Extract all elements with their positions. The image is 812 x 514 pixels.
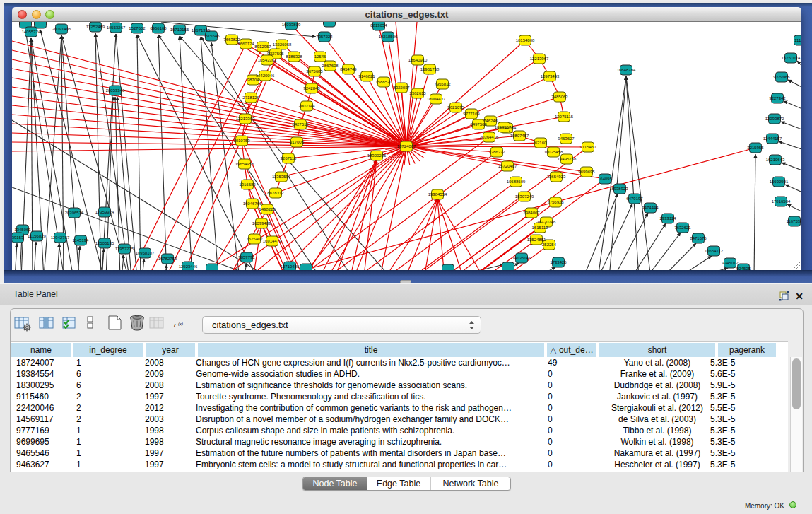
svg-text:1498222: 1498222	[259, 207, 276, 211]
svg-text:2867608: 2867608	[322, 64, 339, 68]
svg-text:8454749: 8454749	[340, 67, 357, 71]
svg-text:9146821: 9146821	[358, 74, 375, 78]
svg-text:164095: 164095	[598, 177, 613, 181]
svg-text:13495758: 13495758	[558, 157, 577, 161]
svg-text:17359924: 17359924	[95, 210, 114, 214]
svg-text:18300295: 18300295	[367, 153, 387, 158]
svg-text:3675685: 3675685	[306, 69, 323, 74]
svg-text:6479197: 6479197	[626, 197, 643, 201]
svg-text:10245574: 10245574	[495, 125, 514, 129]
svg-text:9621075: 9621075	[447, 105, 464, 110]
svg-text:11353594: 11353594	[272, 175, 291, 179]
svg-text:9115460: 9115460	[580, 145, 597, 149]
svg-text:19384554: 19384554	[428, 192, 447, 197]
svg-text:3267110: 3267110	[281, 156, 298, 160]
svg-text:1345061: 1345061	[14, 228, 31, 232]
svg-text:13226058: 13226058	[273, 42, 292, 47]
svg-text:8186328: 8186328	[286, 54, 302, 59]
svg-text:8678312: 8678312	[267, 191, 284, 195]
svg-text:8322037: 8322037	[393, 86, 410, 90]
svg-text:19218506: 19218506	[379, 35, 398, 39]
svg-text:7756928: 7756928	[547, 200, 564, 204]
svg-text:16120746: 16120746	[537, 220, 556, 224]
svg-text:8912957: 8912957	[254, 45, 271, 49]
svg-text:16648784: 16648784	[617, 68, 636, 72]
svg-text:20206576: 20206576	[65, 211, 84, 215]
svg-text:12213967: 12213967	[530, 57, 549, 61]
svg-text:10973493: 10973493	[541, 74, 560, 78]
svg-text:17016504: 17016504	[772, 199, 791, 204]
svg-text:17252469: 17252469	[86, 25, 105, 29]
svg-text:19654955: 19654955	[235, 162, 254, 166]
svg-text:10719155: 10719155	[170, 28, 189, 32]
svg-text:1733426: 1733426	[550, 260, 567, 264]
svg-text:16033809: 16033809	[282, 23, 301, 27]
svg-text:12546: 12546	[314, 54, 326, 59]
svg-text:7485063: 7485063	[551, 95, 568, 99]
svg-text:9474444: 9474444	[642, 206, 659, 210]
svg-text:7955812: 7955812	[434, 82, 451, 86]
svg-text:2984067: 2984067	[523, 211, 540, 215]
svg-text:13975115: 13975115	[555, 115, 574, 119]
svg-text:10688609: 10688609	[507, 180, 526, 184]
svg-text:1362615: 1362615	[409, 91, 426, 95]
svg-text:12444157: 12444157	[763, 136, 782, 141]
svg-text:7515546: 7515546	[203, 34, 220, 38]
svg-text:9327505: 9327505	[267, 52, 284, 56]
svg-text:11156829: 11156829	[28, 234, 46, 238]
svg-text:13524851: 13524851	[527, 238, 546, 242]
svg-text:317006: 317006	[290, 140, 305, 144]
svg-text:16782759: 16782759	[158, 257, 177, 261]
svg-text:20091406: 20091406	[52, 27, 71, 31]
svg-text:13654923: 13654923	[547, 175, 566, 179]
svg-text:(x): (x)	[178, 322, 183, 326]
svg-text:1527602: 1527602	[129, 26, 146, 30]
svg-text:10958107: 10958107	[136, 251, 155, 255]
svg-text:7625402: 7625402	[246, 237, 263, 241]
svg-text:9245012: 9245012	[722, 261, 739, 265]
svg-text:15692991: 15692991	[770, 180, 789, 184]
svg-text:16961758: 16961758	[420, 67, 440, 71]
svg-text:1145194: 1145194	[73, 238, 90, 243]
svg-text:20364416: 20364416	[480, 135, 499, 139]
svg-text:16914479: 16914479	[263, 239, 282, 243]
svg-text:1615112: 1615112	[532, 226, 549, 230]
svg-text:16099489: 16099489	[252, 221, 271, 226]
svg-text:8660124: 8660124	[237, 42, 254, 46]
svg-text:252254: 252254	[542, 243, 557, 247]
svg-text:8938923: 8938923	[611, 187, 628, 191]
svg-text:9242848: 9242848	[303, 86, 320, 90]
svg-text:9777169: 9777169	[463, 112, 480, 116]
svg-text:18640910: 18640910	[408, 58, 428, 62]
svg-text:9857791: 9857791	[238, 255, 255, 259]
svg-text:9227342: 9227342	[769, 96, 786, 100]
svg-text:7386372: 7386372	[488, 150, 505, 154]
svg-text:9463627: 9463627	[558, 136, 575, 141]
svg-text:98704: 98704	[247, 78, 259, 82]
svg-text:10543362: 10543362	[258, 58, 277, 62]
svg-text:10654112: 10654112	[705, 249, 724, 253]
svg-text:18724007: 18724007	[397, 144, 416, 148]
svg-text:2803144: 2803144	[298, 104, 315, 108]
svg-text:39153: 39153	[12, 235, 24, 240]
svg-text:15720407: 15720407	[498, 164, 517, 168]
svg-text:8813054: 8813054	[370, 23, 387, 28]
svg-text:10671355: 10671355	[192, 28, 211, 33]
svg-text:1167534: 1167534	[787, 219, 801, 223]
svg-text:12213303: 12213303	[236, 117, 255, 121]
svg-text:15751074: 15751074	[782, 56, 801, 60]
svg-text:16210643: 16210643	[766, 158, 785, 162]
svg-text:14055724: 14055724	[22, 30, 41, 34]
svg-text:1010753: 1010753	[233, 139, 250, 143]
svg-text:10553267: 10553267	[107, 25, 126, 30]
svg-text:6497568: 6497568	[470, 122, 487, 127]
svg-text:12923446: 12923446	[179, 264, 198, 269]
svg-text:6427512: 6427512	[292, 122, 309, 127]
svg-text:12942757: 12942757	[51, 235, 70, 240]
svg-text:11124: 11124	[794, 38, 801, 42]
svg-text:62160: 62160	[535, 141, 547, 145]
svg-text:9699695: 9699695	[578, 170, 595, 174]
svg-text:9329966: 9329966	[773, 75, 790, 79]
svg-text:2933114: 2933114	[660, 216, 677, 221]
svg-text:10154808: 10154808	[516, 38, 535, 42]
